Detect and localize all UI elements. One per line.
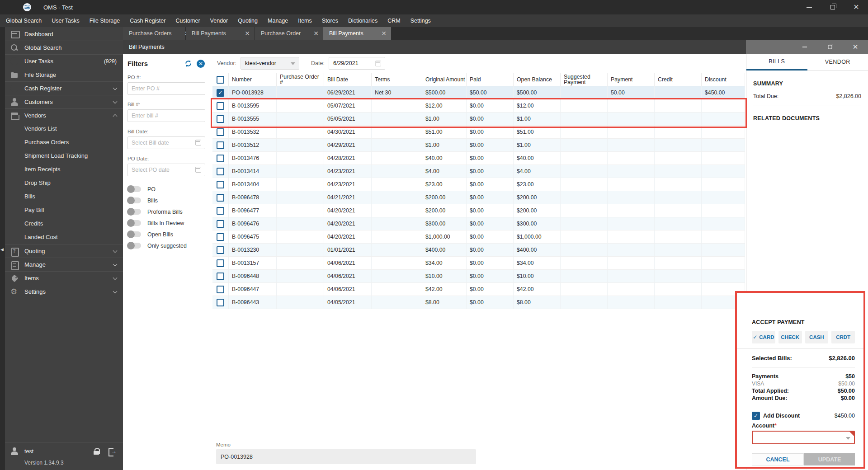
column-header-purchase-order[interactable]: Purchase Order #: [277, 73, 324, 86]
table-row-po-0013928[interactable]: ✓PO-001392806/29/2021Net 30$500.00$50.00…: [212, 86, 745, 99]
table-row-b-0096475[interactable]: B-009647504/20/2021$1,000.00$0.00$1,000.…: [212, 230, 745, 244]
table-row-b-0013555[interactable]: B-001355505/05/2021$1.00$0.00$1.00: [212, 113, 745, 126]
menu-item-crm[interactable]: CRM: [382, 14, 405, 27]
filter-toggle-open-bills[interactable]: Open Bills: [127, 229, 205, 240]
panel-close-icon[interactable]: ✕: [843, 40, 868, 54]
table-row-b-0013230[interactable]: B-001323001/01/2021$400.00$0.00$400.00: [212, 244, 745, 257]
column-header-number[interactable]: Number: [229, 73, 277, 86]
tab-purchase-orders-1[interactable]: Purchase Orders✕: [123, 27, 185, 40]
select-all-checkbox[interactable]: [217, 76, 224, 84]
bill-date-input[interactable]: [127, 136, 205, 149]
vendor-select[interactable]: ktest-vendor: [241, 57, 299, 70]
account-select[interactable]: [752, 431, 855, 444]
menu-item-customer[interactable]: Customer: [170, 14, 205, 27]
sidebar-item-landed-cost[interactable]: Landed Cost: [5, 230, 123, 244]
refresh-icon[interactable]: [184, 59, 193, 68]
minimize-icon[interactable]: [797, 0, 821, 14]
column-header-suggested-payment[interactable]: Suggested Payment: [561, 73, 608, 86]
payment-method-card[interactable]: ✓CARD: [752, 331, 775, 343]
calendar-icon[interactable]: [195, 140, 201, 146]
menu-item-settings[interactable]: Settings: [406, 14, 436, 27]
tab-close-icon[interactable]: ✕: [313, 30, 319, 37]
close-icon[interactable]: ✕: [844, 0, 868, 14]
sidebar-item-file-storage[interactable]: File Storage: [5, 68, 123, 81]
table-row-b-0013476[interactable]: B-001347604/28/2021$40.00$0.00$40.00: [212, 152, 745, 165]
table-row-b-0013414[interactable]: B-001341404/23/2021$4.00$0.00$4.00: [212, 165, 745, 178]
tab-vendor[interactable]: VENDOR: [807, 54, 868, 70]
menu-item-global-search[interactable]: Global Search: [1, 14, 47, 27]
row-checkbox[interactable]: [217, 141, 224, 149]
filter-toggle-bills-in-review[interactable]: Bills In Review: [127, 217, 205, 229]
menu-item-quoting[interactable]: Quoting: [233, 14, 263, 27]
table-row-b-0096478[interactable]: B-009647804/21/2021$200.00$0.00$200.00: [212, 191, 745, 204]
tab-close-icon[interactable]: ✕: [381, 30, 387, 37]
sidebar-item-vendors-list[interactable]: Vendors List: [5, 122, 123, 136]
row-checkbox[interactable]: [217, 273, 224, 280]
toggle-switch[interactable]: [127, 231, 141, 237]
bill-number-input[interactable]: [127, 109, 205, 122]
row-checkbox[interactable]: [217, 259, 224, 267]
table-row-b-0096477[interactable]: B-009647704/20/2021$200.00$0.00$200.00: [212, 204, 745, 217]
sidebar-item-drop-ship[interactable]: Drop Ship: [5, 176, 123, 190]
sidebar-collapse-icon[interactable]: ◀: [0, 247, 4, 252]
column-header-payment[interactable]: Payment: [608, 73, 655, 86]
table-row-b-0013595[interactable]: B-001359505/07/2021$12.00$0.00$12.00: [212, 99, 745, 113]
sidebar-item-settings[interactable]: Settings: [5, 285, 123, 298]
tab-bills[interactable]: BILLS: [746, 54, 807, 70]
table-row-b-0013404[interactable]: B-001340404/23/2021$23.00$0.00$23.00: [212, 178, 745, 191]
update-button[interactable]: UPDATE: [804, 453, 855, 465]
sidebar-item-global-search[interactable]: Global Search: [5, 41, 123, 54]
payment-date-input[interactable]: 6/29/2021: [329, 57, 385, 70]
toggle-switch[interactable]: [127, 209, 141, 215]
payment-method-cash[interactable]: CASH: [805, 331, 829, 343]
sidebar-item-quoting[interactable]: Quoting: [5, 244, 123, 258]
filter-toggle-only-suggested[interactable]: Only suggested: [127, 240, 205, 251]
close-filters-icon[interactable]: ✕: [197, 60, 205, 68]
tab-close-icon[interactable]: ✕: [245, 30, 250, 37]
menu-item-vendor[interactable]: Vendor: [205, 14, 233, 27]
tab-purchase-order-3[interactable]: Purchase Order✕: [255, 27, 323, 40]
column-header-original-amount[interactable]: Original Amount: [422, 73, 467, 86]
sidebar-item-customers[interactable]: Customers: [5, 95, 123, 108]
sidebar-item-purchase-orders[interactable]: Purchase Orders: [5, 136, 123, 149]
table-row-b-0096448[interactable]: B-009644804/06/2021$10.00$0.00$10.00: [212, 270, 745, 283]
table-row-b-0096447[interactable]: B-009644704/06/2021$42.00$0.00$42.00: [212, 283, 745, 296]
sidebar-item-credits[interactable]: Credits: [5, 217, 123, 230]
row-checkbox[interactable]: [217, 128, 224, 136]
row-checkbox[interactable]: [217, 246, 224, 254]
table-row-b-0013157[interactable]: B-001315704/06/2021$34.00$0.00$34.00: [212, 257, 745, 270]
column-header-open-balance[interactable]: Open Balance: [514, 73, 561, 86]
menu-item-items[interactable]: Items: [293, 14, 317, 27]
sidebar-item-pay-bill[interactable]: Pay Bill: [5, 203, 123, 217]
menu-item-manage[interactable]: Manage: [263, 14, 293, 27]
row-checkbox[interactable]: [217, 115, 224, 123]
panel-minimize-icon[interactable]: [792, 40, 817, 54]
column-header-bill-date[interactable]: Bill Date: [324, 73, 372, 86]
po-number-input[interactable]: [127, 82, 205, 95]
lock-icon[interactable]: [93, 448, 99, 455]
column-header-terms[interactable]: Terms: [372, 73, 422, 86]
menu-item-dictionaries[interactable]: Dictionaries: [343, 14, 382, 27]
filter-toggle-proforma-bills[interactable]: Proforma Bills: [127, 206, 205, 217]
menu-item-user-tasks[interactable]: User Tasks: [47, 14, 85, 27]
row-checkbox[interactable]: [217, 181, 224, 188]
panel-restore-icon[interactable]: [817, 40, 843, 54]
restore-icon[interactable]: [821, 0, 844, 14]
memo-input[interactable]: [216, 449, 476, 464]
table-row-b-0096476[interactable]: B-009647604/20/2021$300.00$0.00$300.00: [212, 217, 745, 230]
cancel-button[interactable]: CANCEL: [752, 453, 804, 465]
column-header-discount[interactable]: Discount: [702, 73, 745, 86]
table-row-b-0096443[interactable]: B-009644304/05/2021$8.00$0.00$8.00: [212, 296, 745, 309]
payment-method-check[interactable]: CHECK: [778, 331, 802, 343]
row-checkbox[interactable]: [217, 207, 224, 215]
sidebar-item-items[interactable]: Items: [5, 271, 123, 285]
po-date-input[interactable]: [127, 164, 205, 176]
sidebar-item-manage[interactable]: Manage: [5, 258, 123, 271]
column-header-paid[interactable]: Paid: [467, 73, 514, 86]
toggle-switch[interactable]: [127, 243, 141, 249]
column-header-credit[interactable]: Credit: [655, 73, 702, 86]
row-checkbox[interactable]: [217, 155, 224, 162]
calendar-icon[interactable]: [195, 167, 201, 173]
sidebar-item-shipment-load-tracking[interactable]: Shipment Load Tracking: [5, 149, 123, 163]
tab-bill-payments-2[interactable]: Bill Payments✕: [186, 27, 255, 40]
